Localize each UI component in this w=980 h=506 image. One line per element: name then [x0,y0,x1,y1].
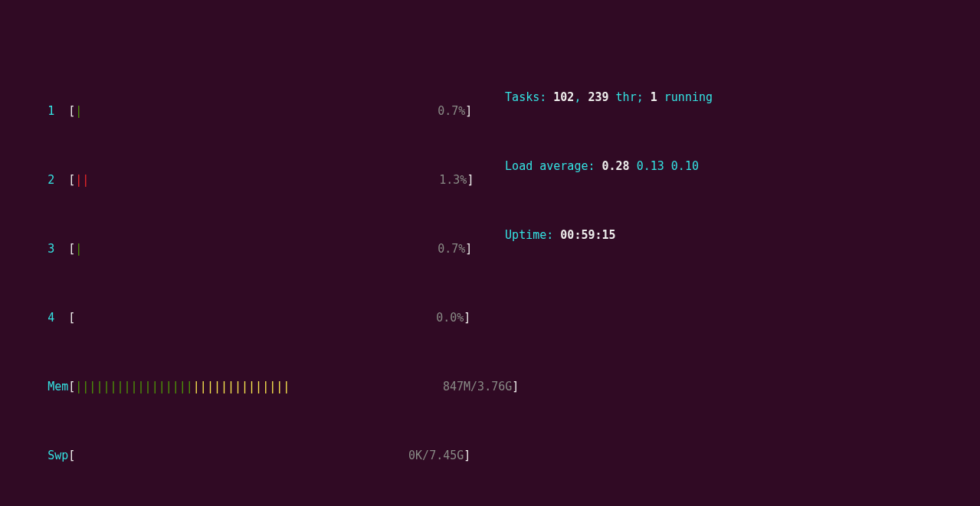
cpu3-bar: | [75,242,82,256]
load1: 0.28 [602,159,630,173]
mem-bar-y: |||||||||||||| [193,380,290,393]
meters-panel: 1 [|0.7%] Tasks: 102, 239 thr; 1 running… [0,55,980,490]
cpu1-bar: | [75,104,82,118]
load-label: Load average: [505,159,601,173]
mem-bar-g: ||||||||||||||||| [75,380,193,393]
running: 1 [651,90,657,104]
threads: 239 [588,90,608,104]
cpu3-label: 3 [48,242,54,256]
swp-pct: 0K/7.45G [75,449,464,462]
tasks-label: Tasks: [505,90,553,104]
cpu2-bar: || [75,173,89,187]
cpu2-label: 2 [48,173,54,187]
cpu3-pct: 0.7% [82,242,465,256]
load2: 0.13 [637,159,664,173]
mem-label: Mem [48,380,68,393]
cpu4-pct: 0.0% [75,311,464,325]
cpu2-pct: 1.3% [89,173,467,187]
cpu4-label: 4 [48,311,54,325]
uptime-label: Uptime: [505,228,560,242]
mem-pct: 847M/3.76G [290,380,512,393]
uptime: 00:59:15 [560,228,615,242]
load3: 0.10 [671,159,699,173]
swp-label: Swp [48,449,68,462]
cpu1-label: 1 [48,104,54,118]
tasks-n: 102 [553,90,574,104]
cpu1-pct: 0.7% [82,104,465,118]
